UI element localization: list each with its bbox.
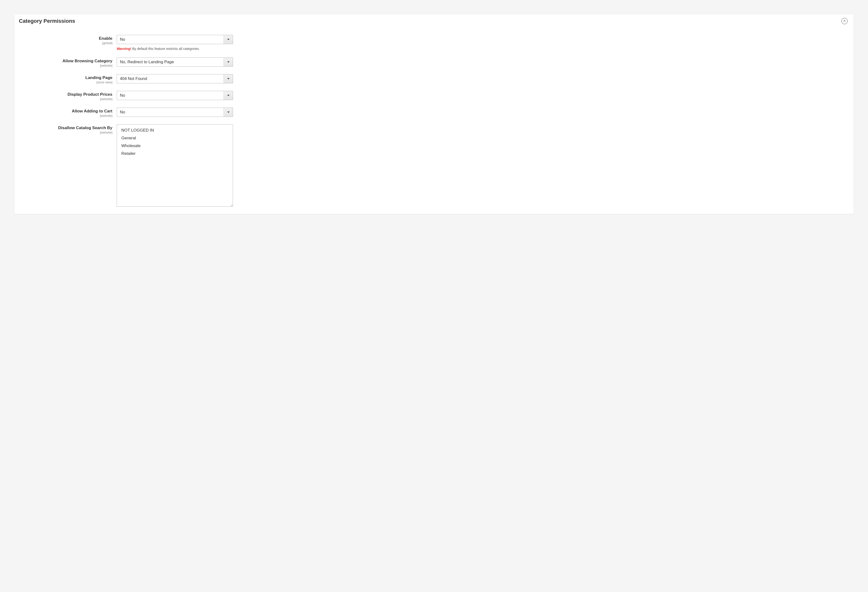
chevron-up-icon xyxy=(843,20,846,22)
enable-help-text: Warning! By default this feature restric… xyxy=(117,47,200,51)
disallow-search-label: Disallow Catalog Search By xyxy=(20,126,112,130)
multiselect-option[interactable]: Wholesale xyxy=(117,142,233,150)
disallow-search-multiselect[interactable]: NOT LOGGED IN General Wholesale Retailer xyxy=(117,124,233,207)
warning-label: Warning! xyxy=(117,47,131,51)
field-row-allow-cart: Allow Adding to Cart [website] No xyxy=(20,108,848,117)
landing-page-label: Landing Page xyxy=(20,75,112,80)
svg-marker-3 xyxy=(227,95,230,96)
svg-marker-2 xyxy=(227,78,230,80)
svg-marker-1 xyxy=(227,61,230,63)
warning-text: By default this feature restricts all ca… xyxy=(131,47,199,51)
dropdown-arrow-icon xyxy=(224,74,233,83)
allow-cart-select[interactable]: No xyxy=(117,108,233,117)
enable-scope: [global] xyxy=(20,41,112,45)
allow-cart-select-value: No xyxy=(117,108,224,117)
enable-label: Enable xyxy=(20,36,112,41)
label-col: Landing Page [store view] xyxy=(20,74,117,84)
label-col: Allow Browsing Category [website] xyxy=(20,58,117,67)
category-permissions-panel: Category Permissions Enable [global] No xyxy=(15,15,853,214)
label-col: Disallow Catalog Search By [website] xyxy=(20,124,117,134)
panel-body: Enable [global] No Warning! By default t… xyxy=(15,28,853,214)
field-row-landing-page: Landing Page [store view] 404 Not Found xyxy=(20,74,848,84)
label-col: Enable [global] xyxy=(20,35,117,45)
landing-page-select[interactable]: 404 Not Found xyxy=(117,74,233,83)
dropdown-arrow-icon xyxy=(224,58,233,67)
enable-select[interactable]: No xyxy=(117,35,233,44)
dropdown-arrow-icon xyxy=(224,35,233,44)
enable-select-value: No xyxy=(117,35,224,44)
allow-browsing-label: Allow Browsing Category xyxy=(20,59,112,64)
multiselect-option[interactable]: General xyxy=(117,134,233,142)
collapse-button[interactable] xyxy=(841,18,848,24)
display-prices-select-value: No xyxy=(117,91,224,100)
display-prices-scope: [website] xyxy=(20,97,112,101)
dropdown-arrow-icon xyxy=(224,108,233,117)
field-col: No xyxy=(117,35,233,44)
allow-cart-label: Allow Adding to Cart xyxy=(20,109,112,114)
field-row-disallow-search: Disallow Catalog Search By [website] NOT… xyxy=(20,124,848,207)
allow-cart-scope: [website] xyxy=(20,114,112,117)
field-col: 404 Not Found xyxy=(117,74,233,83)
label-col: Allow Adding to Cart [website] xyxy=(20,108,117,117)
display-prices-select[interactable]: No xyxy=(117,91,233,100)
allow-browsing-scope: [website] xyxy=(20,64,112,67)
field-row-allow-browsing: Allow Browsing Category [website] No, Re… xyxy=(20,58,848,67)
landing-page-select-value: 404 Not Found xyxy=(117,74,224,83)
enable-help-row: Warning! By default this feature restric… xyxy=(20,47,848,51)
dropdown-arrow-icon xyxy=(224,91,233,100)
label-col: Display Product Prices [website] xyxy=(20,91,117,101)
svg-marker-4 xyxy=(227,111,230,113)
field-col: No xyxy=(117,91,233,100)
field-col: NOT LOGGED IN General Wholesale Retailer xyxy=(117,124,233,207)
panel-title: Category Permissions xyxy=(19,18,75,24)
field-col: No, Redirect to Landing Page xyxy=(117,58,233,67)
field-row-enable: Enable [global] No xyxy=(20,35,848,45)
allow-browsing-select[interactable]: No, Redirect to Landing Page xyxy=(117,58,233,67)
allow-browsing-select-value: No, Redirect to Landing Page xyxy=(117,58,224,67)
field-row-display-prices: Display Product Prices [website] No xyxy=(20,91,848,101)
svg-marker-0 xyxy=(227,39,230,40)
panel-header: Category Permissions xyxy=(15,15,853,28)
field-col: No xyxy=(117,108,233,117)
landing-page-scope: [store view] xyxy=(20,80,112,84)
disallow-search-scope: [website] xyxy=(20,130,112,134)
multiselect-option[interactable]: Retailer xyxy=(117,150,233,157)
multiselect-option[interactable]: NOT LOGGED IN xyxy=(117,126,233,134)
display-prices-label: Display Product Prices xyxy=(20,92,112,97)
